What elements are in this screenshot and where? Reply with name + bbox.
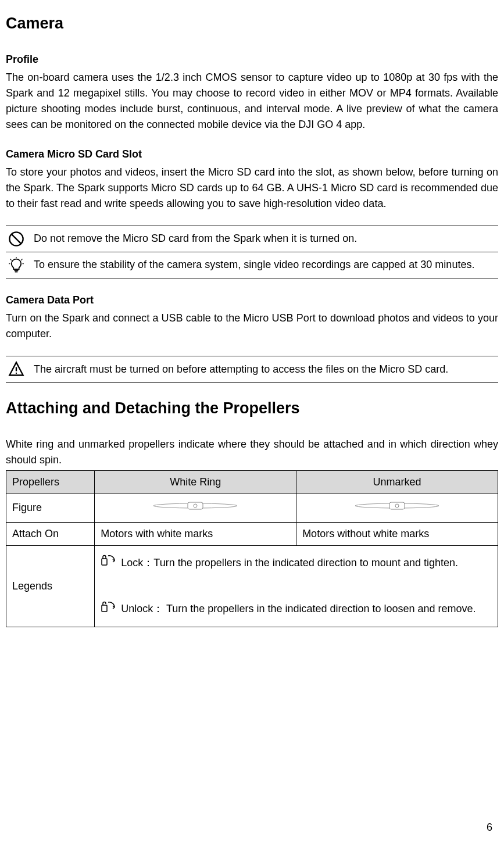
propeller-white-ring-icon — [152, 502, 239, 514]
sd-title: Camera Micro SD Card Slot — [6, 146, 498, 162]
note-tip-text: To ensure the stability of the camera sy… — [34, 257, 498, 273]
lock-text: Lock：Turn the propellers in the indicate… — [121, 557, 458, 569]
unlock-text: Unlock： Turn the propellers in the indic… — [121, 603, 476, 614]
note-prohibit: Do not remove the Micro SD card from the… — [6, 226, 498, 252]
profile-text: The on-board camera uses the 1/2.3 inch … — [6, 70, 498, 133]
propeller-unmarked-icon — [353, 502, 441, 514]
table-row-figure: Figure — [6, 494, 498, 522]
lock-icon — [101, 552, 116, 575]
svg-point-11 — [194, 504, 197, 508]
svg-point-14 — [395, 504, 399, 508]
note-warn-text: The aircraft must be turned on before at… — [34, 362, 498, 377]
figure-unmarked — [296, 494, 498, 522]
header-white-ring: White Ring — [95, 470, 296, 494]
table-header-row: Propellers White Ring Unmarked — [6, 470, 498, 494]
propellers-table: Propellers White Ring Unmarked Figure — [6, 470, 498, 628]
dataport-text: Turn on the Spark and connect a USB cabl… — [6, 310, 498, 342]
dataport-notes: The aircraft must be turned on before at… — [6, 356, 498, 383]
prohibit-icon — [6, 231, 34, 247]
table-row-legends: Legends Lock：Turn the propellers in the … — [6, 545, 498, 627]
attach-white: Motors with white marks — [95, 522, 296, 545]
svg-point-8 — [16, 373, 17, 374]
figure-label: Figure — [6, 494, 95, 522]
svg-rect-15 — [102, 559, 107, 565]
note-tip: To ensure the stability of the camera sy… — [6, 252, 498, 278]
figure-white-ring — [95, 494, 296, 522]
propellers-heading: Attaching and Detaching the Propellers — [6, 396, 498, 420]
profile-title: Profile — [6, 52, 498, 67]
legends-label: Legends — [6, 545, 95, 627]
table-row-attach: Attach On Motors with white marks Motors… — [6, 522, 498, 545]
svg-line-1 — [12, 234, 21, 244]
note-prohibit-text: Do not remove the Micro SD card from the… — [34, 231, 498, 246]
dataport-title: Camera Data Port — [6, 292, 498, 308]
svg-rect-16 — [102, 605, 107, 612]
unlock-icon — [101, 598, 116, 621]
header-unmarked: Unmarked — [296, 470, 498, 494]
header-propellers: Propellers — [6, 470, 95, 494]
warning-icon — [6, 361, 34, 377]
svg-line-4 — [21, 259, 22, 260]
propellers-intro: White ring and unmarked propellers indic… — [6, 437, 498, 468]
camera-heading: Camera — [6, 12, 498, 35]
attach-label: Attach On — [6, 522, 95, 545]
attach-unmarked: Motors without white marks — [296, 522, 498, 545]
legends-content: Lock：Turn the propellers in the indicate… — [95, 545, 498, 627]
lightbulb-icon — [6, 257, 34, 273]
sd-text: To store your photos and videos, insert … — [6, 165, 498, 212]
svg-line-3 — [10, 259, 12, 260]
note-warn: The aircraft must be turned on before at… — [6, 356, 498, 382]
sd-notes: Do not remove the Micro SD card from the… — [6, 226, 498, 279]
